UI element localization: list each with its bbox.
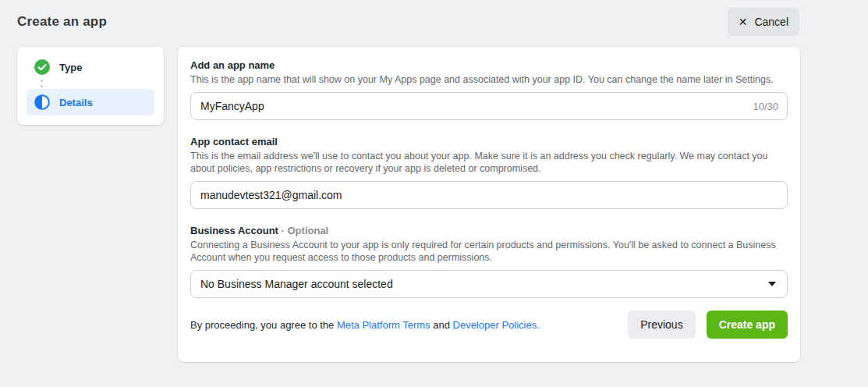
page-header: Create an app ✕ Cancel [0, 0, 868, 44]
meta-platform-terms-link[interactable]: Meta Platform Terms [337, 319, 430, 331]
business-account-optional-tag: · Optional [282, 225, 329, 236]
step-connector [41, 78, 154, 89]
app-name-char-counter: 10/30 [753, 92, 778, 120]
step-type-label: Type [59, 62, 82, 73]
chevron-down-icon [768, 282, 776, 286]
developer-policies-link[interactable]: Developer Policies. [453, 319, 540, 331]
create-app-button[interactable]: Create app [707, 311, 788, 339]
page-title: Create an app [17, 14, 107, 30]
step-details-label: Details [59, 97, 93, 108]
step-details[interactable]: Details [27, 89, 154, 115]
previous-button[interactable]: Previous [628, 311, 695, 339]
business-account-selected-value: No Business Manager account selected [200, 278, 393, 290]
contact-email-description: This is the email address we'll use to c… [190, 150, 777, 175]
half-filled-circle-icon [34, 94, 50, 110]
create-app-form: Add an app name This is the app name tha… [178, 47, 800, 362]
close-icon: ✕ [739, 16, 748, 27]
app-name-label: Add an app name [190, 59, 788, 71]
cancel-button-label: Cancel [754, 16, 788, 28]
business-account-label: Business Account · Optional [190, 225, 788, 236]
contact-email-label: App contact email [190, 136, 788, 147]
contact-email-input[interactable] [190, 181, 788, 209]
content-area: Type Details Add an app name This is the… [0, 44, 868, 362]
business-account-description: Connecting a Business Account to your ap… [190, 239, 777, 264]
app-name-input[interactable] [190, 92, 788, 120]
business-account-select[interactable]: No Business Manager account selected [190, 270, 788, 298]
stepper-sidebar: Type Details [17, 47, 164, 125]
agreement-text: By proceeding, you agree to the Meta Pla… [190, 319, 540, 331]
step-type[interactable]: Type [27, 56, 154, 78]
app-name-description: This is the app name that will show on y… [190, 73, 777, 86]
form-footer: By proceeding, you agree to the Meta Pla… [190, 311, 788, 339]
check-circle-icon [34, 59, 50, 75]
cancel-button[interactable]: ✕ Cancel [728, 8, 799, 36]
